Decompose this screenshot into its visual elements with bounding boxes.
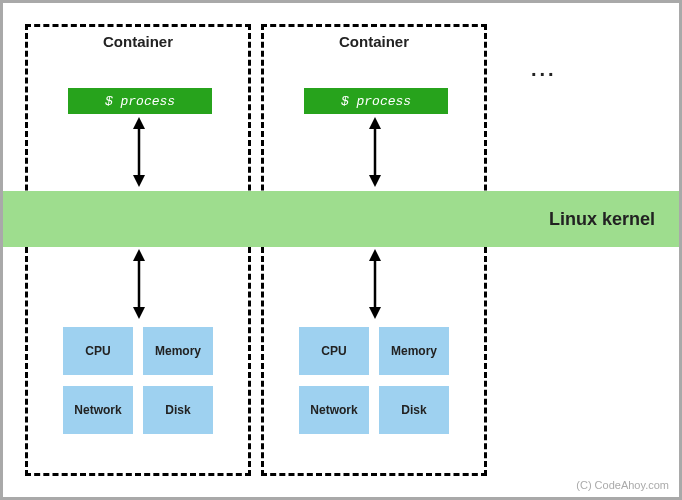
arrow-bottom-2: [363, 249, 387, 319]
diagram-canvas: Container $ process Container $ process …: [0, 0, 682, 500]
svg-marker-10: [369, 249, 381, 261]
resource-memory-1: Memory: [143, 327, 213, 375]
kernel-bar: Linux kernel: [3, 191, 679, 247]
svg-marker-7: [369, 117, 381, 129]
svg-marker-1: [133, 117, 145, 129]
arrow-top-2: [363, 117, 387, 187]
resource-cpu-1: CPU: [63, 327, 133, 375]
resource-disk-2: Disk: [379, 386, 449, 434]
svg-marker-4: [133, 249, 145, 261]
process-box-2: $ process: [304, 88, 448, 114]
resource-disk-1: Disk: [143, 386, 213, 434]
resource-network-2: Network: [299, 386, 369, 434]
svg-marker-2: [133, 175, 145, 187]
svg-marker-5: [133, 307, 145, 319]
svg-marker-8: [369, 175, 381, 187]
arrow-top-1: [127, 117, 151, 187]
process-label-2: $ process: [341, 94, 411, 109]
process-box-1: $ process: [68, 88, 212, 114]
resource-network-1: Network: [63, 386, 133, 434]
container-title-2: Container: [339, 33, 409, 50]
arrow-bottom-1: [127, 249, 151, 319]
container-title-1: Container: [103, 33, 173, 50]
credit-text: (C) CodeAhoy.com: [576, 479, 669, 491]
process-label-1: $ process: [105, 94, 175, 109]
kernel-label: Linux kernel: [549, 209, 655, 230]
svg-marker-11: [369, 307, 381, 319]
resource-cpu-2: CPU: [299, 327, 369, 375]
ellipsis-icon: ...: [531, 58, 557, 81]
resource-memory-2: Memory: [379, 327, 449, 375]
